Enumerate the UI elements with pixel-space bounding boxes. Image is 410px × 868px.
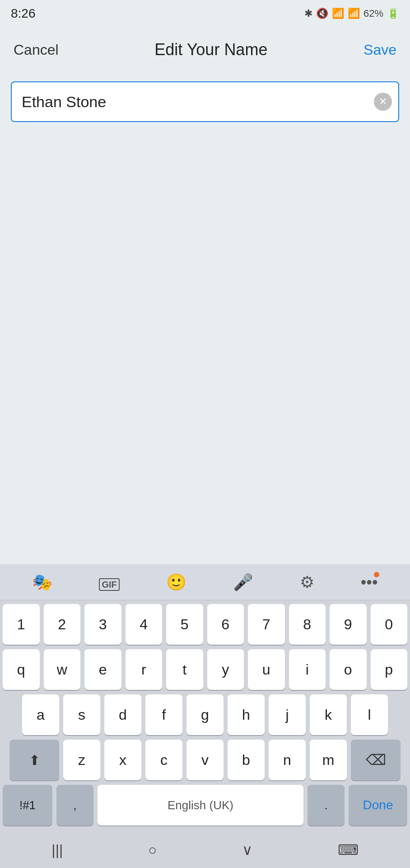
status-time: 8:26 [11,6,36,21]
qwerty-row: q w e r t y u i o p [3,649,407,690]
key-r[interactable]: r [126,649,163,690]
key-1[interactable]: 1 [3,604,40,645]
key-g[interactable]: g [186,694,224,735]
number-row: 1 2 3 4 5 6 7 8 9 0 [3,604,407,645]
key-v[interactable]: v [186,740,224,780]
key-d[interactable]: d [104,694,141,735]
shift-icon: ⬆ [29,752,40,768]
home-nav-icon[interactable]: ○ [148,842,157,859]
done-button[interactable]: Done [349,785,407,826]
keyboard-nav-icon[interactable]: ⌨ [338,841,359,859]
key-o[interactable]: o [330,649,367,690]
key-7[interactable]: 7 [248,604,285,645]
status-icons: ✱ 🔇 📶 📶 62% 🔋 [304,8,399,19]
key-x[interactable]: x [104,740,141,780]
key-f[interactable]: f [145,694,182,735]
key-2[interactable]: 2 [44,604,81,645]
content-area: ✕ [0,72,410,131]
key-t[interactable]: t [166,649,203,690]
app-bar: Cancel Edit Your Name Save [0,27,410,72]
key-0[interactable]: 0 [371,604,408,645]
key-4[interactable]: 4 [126,604,163,645]
wifi-icon: 📶 [332,8,344,19]
key-6[interactable]: 6 [207,604,244,645]
mic-icon[interactable]: 🎤 [233,573,253,592]
backspace-button[interactable]: ⌫ [351,740,401,780]
key-u[interactable]: u [248,649,285,690]
gif-label: GIF [99,578,119,591]
close-icon: ✕ [379,96,387,108]
key-y[interactable]: y [207,649,244,690]
page-title: Edit Your Name [154,40,267,59]
battery-text: 62% [363,8,383,19]
key-e[interactable]: e [84,649,121,690]
key-s[interactable]: s [63,694,100,735]
battery-icon: 🔋 [387,8,399,19]
more-icon[interactable]: ••• [361,573,378,592]
clear-input-button[interactable]: ✕ [374,93,392,111]
mute-icon: 🔇 [316,8,328,19]
key-p[interactable]: p [371,649,408,690]
name-input-wrapper: ✕ [11,81,399,122]
key-b[interactable]: b [228,740,265,780]
key-w[interactable]: w [44,649,81,690]
bluetooth-icon: ✱ [304,8,312,19]
key-n[interactable]: n [269,740,306,780]
symbols-button[interactable]: !#1 [3,785,52,826]
name-input[interactable] [11,81,399,122]
key-a[interactable]: a [22,694,59,735]
key-q[interactable]: q [3,649,40,690]
back-nav-icon[interactable]: ||| [51,842,63,859]
signal-icon: 📶 [348,8,360,19]
key-k[interactable]: k [310,694,347,735]
key-5[interactable]: 5 [166,604,203,645]
keyboard-toolbar: 🎭 GIF 🙂 🎤 ⚙ ••• [0,564,410,600]
key-i[interactable]: i [289,649,326,690]
key-3[interactable]: 3 [84,604,121,645]
emoji-icon[interactable]: 🙂 [166,573,186,592]
keyboard-area: 🎭 GIF 🙂 🎤 ⚙ ••• 1 2 3 4 5 6 7 8 9 0 q w … [0,564,410,868]
save-button[interactable]: Save [363,42,396,58]
zxcv-row: ⬆ z x c v b n m ⌫ [3,740,407,780]
backspace-icon: ⌫ [366,751,386,769]
gif-icon[interactable]: GIF [99,573,119,592]
key-c[interactable]: c [145,740,182,780]
key-m[interactable]: m [310,740,347,780]
sticker-icon[interactable]: 🎭 [32,573,52,592]
recent-nav-icon[interactable]: ∨ [242,841,252,859]
bottom-row: !#1 , English (UK) . Done [3,785,407,826]
asdf-row: a s d f g h j k l [3,694,407,735]
cancel-button[interactable]: Cancel [14,42,59,58]
key-l[interactable]: l [351,694,388,735]
key-h[interactable]: h [228,694,265,735]
settings-icon[interactable]: ⚙ [300,573,314,592]
comma-key[interactable]: , [56,785,93,826]
space-key[interactable]: English (UK) [98,785,303,826]
nav-bar: ||| ○ ∨ ⌨ [0,832,410,868]
key-9[interactable]: 9 [330,604,367,645]
key-j[interactable]: j [269,694,306,735]
period-key[interactable]: . [308,785,345,826]
shift-button[interactable]: ⬆ [9,740,59,780]
key-rows: 1 2 3 4 5 6 7 8 9 0 q w e r t y u i o p … [0,600,410,832]
key-8[interactable]: 8 [289,604,326,645]
status-bar: 8:26 ✱ 🔇 📶 📶 62% 🔋 [0,0,410,27]
key-z[interactable]: z [63,740,100,780]
